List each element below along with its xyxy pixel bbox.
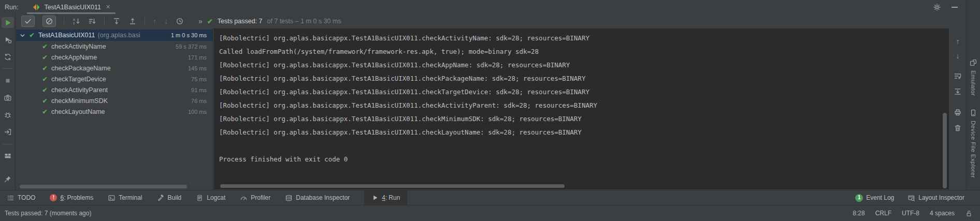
terminal-label: Terminal <box>119 194 142 201</box>
test-tree-row[interactable]: ✔ checkActivityName 59 s 372 ms <box>16 41 213 52</box>
toolbar-divider <box>3 68 13 69</box>
console-line: Process finished with exit code 0 <box>219 153 949 166</box>
tool-window-database-inspector[interactable]: Database Inspector <box>285 190 350 205</box>
test-tree-row[interactable]: ✔ checkLayoutName 100 ms <box>16 106 213 117</box>
previous-failed-test-icon[interactable]: ↑ <box>153 18 156 25</box>
run-config-tab[interactable]: TestA1BasicUIX011 ✕ <box>27 0 116 14</box>
problems-error-icon: ! <box>50 194 57 201</box>
sidebar-item-device-file-explorer[interactable]: Device File Explorer <box>967 109 980 178</box>
test-name: checkMinimumSDK <box>51 97 108 105</box>
restore-layout-icon[interactable] <box>2 151 14 161</box>
tool-window-run[interactable]: 4:Run <box>364 190 407 205</box>
down-stacktrace-icon[interactable]: ↓ <box>956 52 960 60</box>
console-line: [Robolectric] org.aplas.basicappx.TestA1… <box>219 99 949 112</box>
chevron-down-icon[interactable] <box>20 33 25 38</box>
print-icon[interactable] <box>954 108 962 116</box>
layout-inspector-button[interactable]: Layout Inspector <box>907 194 964 202</box>
scroll-to-end-icon[interactable] <box>954 87 962 96</box>
test-duration: 171 ms <box>188 54 207 61</box>
test-duration: 76 ms <box>191 98 207 104</box>
unlock-icon[interactable] <box>965 210 973 217</box>
tool-window-build[interactable]: Build <box>157 190 182 205</box>
tool-window-profiler[interactable]: Profiler <box>240 190 270 205</box>
summary-passed-text: Tests passed: 7 <box>218 18 263 25</box>
test-history-clock-icon[interactable] <box>176 17 184 25</box>
hide-tool-window-icon[interactable] <box>952 7 958 8</box>
device-file-explorer-icon <box>969 109 977 117</box>
console-line: [Robolectric] org.aplas.basicappx.TestA1… <box>219 85 949 99</box>
console-line: [Robolectric] org.aplas.basicappx.TestA1… <box>219 32 949 45</box>
tool-window-terminal[interactable]: Terminal <box>108 190 142 205</box>
encoding-widget[interactable]: UTF-8 <box>902 210 919 217</box>
event-count-badge: 1 <box>855 194 863 202</box>
tree-horizontal-scrollbar[interactable] <box>20 185 187 188</box>
test-tree-row[interactable]: ✔ checkTargetDevice 75 ms <box>16 73 213 84</box>
test-passed-check-icon: ✔ <box>41 86 49 94</box>
rerun-failed-tests-button[interactable] <box>2 34 14 45</box>
run-label: Run: <box>5 4 18 11</box>
database-inspector-label: Database Inspector <box>296 194 350 201</box>
test-tree-row[interactable]: ✔ checkActivityParent 91 ms <box>16 84 213 95</box>
caret-position-widget[interactable]: 8:28 <box>853 210 864 217</box>
layout-inspector-label: Layout Inspector <box>918 194 964 201</box>
tab-bar-actions <box>933 3 958 11</box>
sidebar-item-emulator[interactable]: Emulator <box>967 58 980 96</box>
test-duration: 91 ms <box>191 87 207 93</box>
sort-by-duration-icon[interactable] <box>88 17 96 25</box>
emulator-icon <box>969 58 977 67</box>
logcat-icon <box>196 194 204 202</box>
toolbar-divider <box>145 17 145 25</box>
close-tab-icon[interactable]: ✕ <box>106 4 110 10</box>
tests-passed-check-icon: ✔ <box>207 18 213 25</box>
gear-icon[interactable] <box>933 3 941 11</box>
indent-widget[interactable]: 4 spaces <box>930 210 955 217</box>
console-vertical-scrollbar[interactable] <box>943 113 947 188</box>
status-bar: Tests passed: 7 (moments ago) 8:28 CRLF … <box>0 205 980 221</box>
line-ending-widget[interactable]: CRLF <box>875 210 891 217</box>
build-label: Build <box>168 194 182 201</box>
console-line: [Robolectric] org.aplas.basicappx.TestA1… <box>219 58 949 72</box>
expand-all-icon[interactable] <box>112 17 121 25</box>
thread-dump-camera-icon[interactable] <box>2 92 14 103</box>
tool-window-bar: TODO ! 6:Problems Terminal Build <box>0 190 980 205</box>
tool-window-logcat[interactable]: Logcat <box>196 190 225 205</box>
pin-tab-icon[interactable] <box>2 174 14 185</box>
profiler-gauge-icon <box>240 194 248 202</box>
more-actions-chevrons-icon[interactable]: » <box>198 17 203 25</box>
collapse-all-icon[interactable] <box>128 17 137 25</box>
run-left-toolbar <box>0 14 16 190</box>
summary-detail-text: of 7 tests – 1 m 0 s 30 ms <box>267 18 341 25</box>
emulator-label: Emulator <box>970 70 976 96</box>
event-log-button[interactable]: 1 Event Log <box>855 194 894 202</box>
test-tree-row[interactable]: ✔ checkPackageName 145 ms <box>16 63 213 73</box>
console-horizontal-scrollbar[interactable] <box>220 184 565 188</box>
status-message[interactable]: Tests passed: 7 (moments ago) <box>5 210 91 217</box>
run-tab-title: TestA1BasicUIX011 <box>44 4 101 11</box>
device-file-explorer-label: Device File Explorer <box>970 121 976 178</box>
test-tree-row[interactable]: ✔ checkMinimumSDK 76 ms <box>16 95 213 106</box>
console-output[interactable]: [Robolectric] org.aplas.basicappx.TestA1… <box>214 28 949 189</box>
toggle-auto-test-button[interactable] <box>2 51 14 62</box>
rerun-button[interactable] <box>2 17 14 28</box>
test-name: checkAppName <box>51 54 97 61</box>
test-name: checkPackageName <box>51 65 111 72</box>
import-tests-icon[interactable] <box>2 127 14 138</box>
show-ignored-filter-button[interactable] <box>42 16 56 27</box>
tool-window-bar-right: 1 Event Log Layout Inspector <box>855 194 980 202</box>
clear-console-trash-icon[interactable] <box>954 124 962 132</box>
tool-window-problems[interactable]: ! 6:Problems <box>50 190 93 205</box>
up-stacktrace-icon[interactable]: ↑ <box>956 38 960 45</box>
test-passed-check-icon: ✔ <box>41 65 49 72</box>
show-passed-filter-button[interactable] <box>21 16 35 27</box>
stop-button[interactable] <box>2 75 14 86</box>
suite-package: (org.aplas.basi <box>98 32 140 39</box>
next-failed-test-icon[interactable]: ↓ <box>164 18 168 25</box>
test-runner-toolbar: a z ↑ ↓ » ✔ Tests passed: 7 of 7 tests –… <box>16 14 966 28</box>
soft-wrap-icon[interactable] <box>954 72 962 80</box>
test-tree-row[interactable]: ✔ checkAppName 171 ms <box>16 52 213 63</box>
console-line: [Robolectric] org.aplas.basicappx.TestA1… <box>219 126 949 139</box>
debug-bug-icon[interactable] <box>2 110 14 121</box>
sort-alphabetically-icon[interactable]: a z <box>72 17 80 25</box>
test-suite-row[interactable]: ✔ TestA1BasicUIX011 (org.aplas.basi 1 m … <box>16 30 213 41</box>
tool-window-todo[interactable]: TODO <box>7 190 35 205</box>
